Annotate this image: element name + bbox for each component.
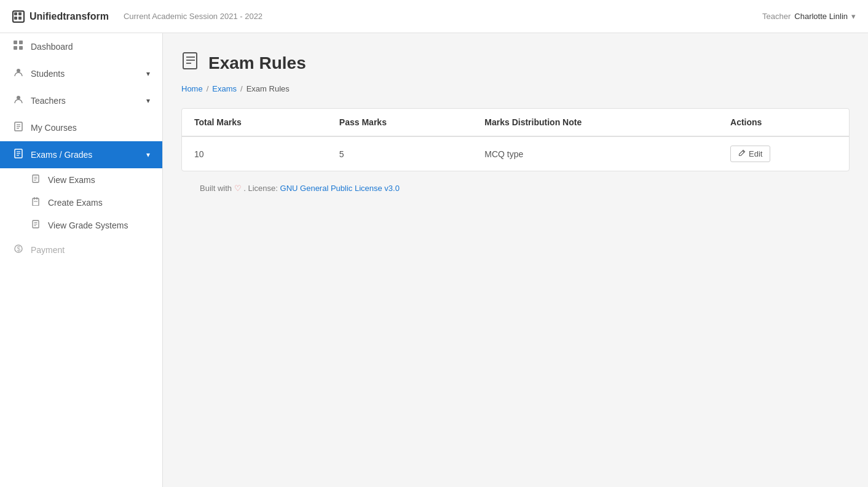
svg-rect-7: [19, 46, 23, 50]
breadcrumb-home[interactable]: Home: [181, 84, 203, 93]
edit-label: Edit: [749, 149, 762, 158]
brand[interactable]: Unifiedtransform: [12, 10, 109, 23]
col-total-marks: Total Marks: [182, 109, 327, 136]
view-exams-icon: [31, 174, 42, 185]
svg-rect-32: [183, 53, 197, 69]
user-menu[interactable]: Teacher Charlotte Linlin ▾: [762, 12, 856, 21]
sidebar-label-students: Students: [31, 69, 65, 79]
breadcrumb-exams[interactable]: Exams: [212, 84, 237, 93]
table-row: 10 5 MCQ type Edit: [182, 136, 849, 171]
sidebar-sub-item-create-exams[interactable]: Create Exams: [0, 191, 162, 214]
svg-point-8: [17, 69, 20, 72]
payment-icon: $: [12, 244, 25, 256]
col-pass-marks: Pass Marks: [327, 109, 472, 136]
session-label: Current Academic Session 2021 - 2022: [124, 12, 262, 21]
footer-heart-icon: ♡: [234, 184, 242, 193]
brand-name: Unifiedtransform: [30, 11, 109, 22]
sidebar-item-my-courses[interactable]: My Courses: [0, 114, 162, 141]
svg-rect-6: [14, 46, 17, 50]
sidebar-item-teachers[interactable]: Teachers ▾: [0, 87, 162, 114]
sidebar-item-dashboard[interactable]: Dashboard: [0, 33, 162, 60]
sidebar-item-exams-grades[interactable]: Exams / Grades ▾: [0, 141, 162, 168]
col-actions: Actions: [718, 109, 849, 136]
sidebar-sub-item-view-exams[interactable]: View Exams: [0, 168, 162, 191]
user-chevron-icon: ▾: [851, 12, 856, 21]
edit-button[interactable]: Edit: [730, 146, 770, 162]
exam-rules-table: Total Marks Pass Marks Marks Distributio…: [182, 109, 849, 171]
cell-distribution-note: MCQ type: [472, 136, 718, 171]
sidebar-label-dashboard: Dashboard: [31, 42, 73, 52]
svg-rect-22: [33, 198, 39, 206]
svg-rect-0: [14, 12, 17, 15]
sidebar-label-my-courses: My Courses: [31, 123, 77, 133]
sidebar-item-students[interactable]: Students ▾: [0, 60, 162, 87]
exam-rules-table-card: Total Marks Pass Marks Marks Distributio…: [181, 108, 850, 171]
cell-actions: Edit: [718, 136, 849, 171]
sidebar-label-exams-grades: Exams / Grades: [31, 150, 92, 160]
my-courses-icon: [12, 122, 25, 134]
footer-middle: . License:: [243, 184, 278, 193]
breadcrumb-sep-1: /: [207, 84, 209, 93]
layout: Dashboard Students ▾ Teachers ▾: [0, 33, 868, 487]
user-name: Charlotte Linlin: [794, 12, 848, 21]
breadcrumb-sep-2: /: [240, 84, 243, 93]
svg-rect-5: [19, 41, 23, 44]
table-header-row: Total Marks Pass Marks Marks Distributio…: [182, 109, 849, 136]
teachers-icon: [12, 95, 25, 107]
page-header: Exam Rules: [181, 52, 850, 74]
dashboard-icon: [12, 41, 25, 53]
sidebar: Dashboard Students ▾ Teachers ▾: [0, 33, 163, 487]
view-grade-systems-icon: [31, 220, 42, 230]
footer-prefix: Built with: [200, 184, 232, 193]
sidebar-label-create-exams: Create Exams: [48, 198, 103, 208]
cell-pass-marks: 5: [327, 136, 472, 171]
sidebar-label-view-grade-systems: View Grade Systems: [48, 220, 128, 230]
students-icon: [12, 68, 25, 80]
page-title: Exam Rules: [208, 53, 306, 73]
create-exams-icon: [31, 197, 42, 208]
brand-icon: [12, 10, 25, 23]
sidebar-label-view-exams: View Exams: [48, 175, 95, 185]
svg-rect-3: [18, 17, 22, 20]
breadcrumb-current: Exam Rules: [247, 84, 290, 93]
edit-pencil-icon: [738, 149, 746, 158]
breadcrumb: Home / Exams / Exam Rules: [181, 84, 850, 93]
svg-text:$: $: [17, 246, 21, 252]
teachers-chevron-icon: ▾: [146, 96, 150, 105]
students-chevron-icon: ▾: [146, 69, 150, 78]
col-distribution-note: Marks Distribution Note: [472, 109, 718, 136]
sidebar-label-teachers: Teachers: [31, 96, 66, 106]
main-content: Exam Rules Home / Exams / Exam Rules Tot…: [163, 33, 868, 487]
exams-grades-chevron-icon: ▾: [146, 150, 150, 159]
svg-rect-1: [18, 12, 22, 15]
user-role: Teacher: [762, 12, 791, 21]
svg-rect-4: [14, 41, 17, 44]
navbar: Unifiedtransform Current Academic Sessio…: [0, 0, 868, 33]
svg-point-9: [17, 96, 20, 99]
footer: Built with ♡ . License: GNU General Publ…: [181, 171, 850, 199]
cell-total-marks: 10: [182, 136, 327, 171]
sidebar-label-payment: Payment: [31, 245, 65, 255]
page-header-icon: [181, 52, 200, 74]
exams-grades-icon: [12, 149, 25, 161]
sidebar-item-payment[interactable]: $ Payment: [0, 236, 162, 263]
sidebar-sub-item-view-grade-systems[interactable]: View Grade Systems: [0, 214, 162, 236]
footer-license-link[interactable]: GNU General Public License v3.0: [280, 184, 400, 193]
svg-rect-2: [14, 17, 17, 20]
